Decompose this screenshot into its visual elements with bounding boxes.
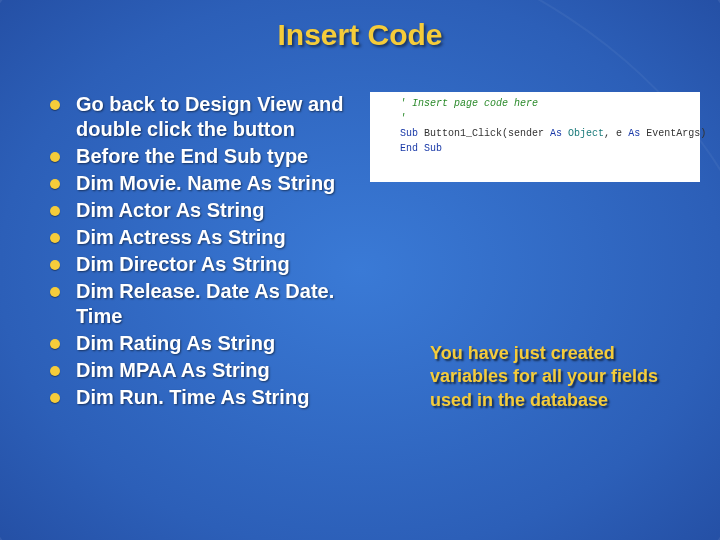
- item-text: Dim Run. Time As String: [76, 385, 309, 410]
- slide-content: Go back to Design View and double click …: [0, 52, 720, 412]
- list-item: Dim Actress As String: [50, 225, 360, 250]
- item-text: Dim Actress As String: [76, 225, 286, 250]
- list-item: Dim Movie. Name As String: [50, 171, 360, 196]
- code-text: Button1_Click(sender: [418, 128, 550, 139]
- right-panel: ' Insert page code here ' Sub Button1_Cl…: [360, 92, 700, 412]
- list-item: Dim Actor As String: [50, 198, 360, 223]
- item-text: Dim Release. Date As Date. Time: [76, 279, 360, 329]
- bullet-icon: [50, 393, 60, 403]
- item-text: Dim Director As String: [76, 252, 290, 277]
- code-text: , e: [604, 128, 628, 139]
- item-text: Go back to Design View and double click …: [76, 92, 360, 142]
- caption-text: You have just created variables for all …: [430, 342, 660, 412]
- item-text: Before the End Sub type: [76, 144, 308, 169]
- list-item: Dim Run. Time As String: [50, 385, 360, 410]
- code-keyword: As: [628, 128, 640, 139]
- list-item: Dim Rating As String: [50, 331, 360, 356]
- bullet-list-container: Go back to Design View and double click …: [50, 92, 360, 412]
- bullet-icon: [50, 179, 60, 189]
- bullet-icon: [50, 260, 60, 270]
- code-line: ': [376, 111, 694, 126]
- list-item: Dim Director As String: [50, 252, 360, 277]
- code-line: End Sub: [376, 141, 694, 156]
- code-keyword: End Sub: [400, 143, 442, 154]
- item-text: Dim MPAA As String: [76, 358, 270, 383]
- code-line: Sub Button1_Click(sender As Object, e As…: [376, 126, 694, 141]
- slide-title: Insert Code: [0, 0, 720, 52]
- code-text: EventArgs): [640, 128, 706, 139]
- bullet-icon: [50, 233, 60, 243]
- bullet-icon: [50, 206, 60, 216]
- item-text: Dim Movie. Name As String: [76, 171, 335, 196]
- list-item: Dim MPAA As String: [50, 358, 360, 383]
- bullet-list: Go back to Design View and double click …: [50, 92, 360, 410]
- list-item: Before the End Sub type: [50, 144, 360, 169]
- list-item: Go back to Design View and double click …: [50, 92, 360, 142]
- list-item: Dim Release. Date As Date. Time: [50, 279, 360, 329]
- bullet-icon: [50, 152, 60, 162]
- bullet-icon: [50, 339, 60, 349]
- code-comment: ' Insert page code here: [400, 98, 538, 109]
- code-keyword: As: [550, 128, 562, 139]
- code-line: ' Insert page code here: [376, 96, 694, 111]
- bullet-icon: [50, 100, 60, 110]
- item-text: Dim Rating As String: [76, 331, 275, 356]
- code-comment: ': [400, 113, 406, 124]
- bullet-icon: [50, 287, 60, 297]
- bullet-icon: [50, 366, 60, 376]
- item-text: Dim Actor As String: [76, 198, 265, 223]
- code-keyword: Sub: [400, 128, 418, 139]
- code-screenshot: ' Insert page code here ' Sub Button1_Cl…: [370, 92, 700, 182]
- code-type: Object: [568, 128, 604, 139]
